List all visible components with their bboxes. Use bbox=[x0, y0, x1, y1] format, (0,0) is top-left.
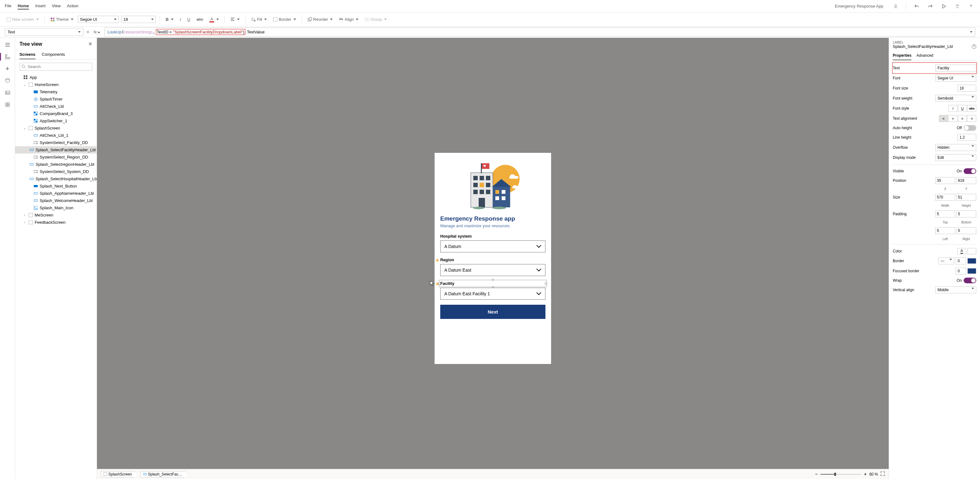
tab-screens[interactable]: Screens bbox=[19, 50, 36, 59]
data-icon[interactable] bbox=[5, 78, 11, 84]
prop-pad-bottom[interactable] bbox=[956, 211, 976, 217]
prop-fontsize-input[interactable] bbox=[957, 85, 976, 92]
zoom-slider[interactable] bbox=[820, 474, 861, 474]
prop-pad-right[interactable] bbox=[956, 227, 976, 234]
tree-item-Splash_SelectHospitalHeader_Lbl[interactable]: Splash_SelectHospitalHeader_Lbl bbox=[15, 175, 97, 182]
property-selector[interactable]: Text bbox=[5, 28, 83, 36]
tree-item-SystemSelect_Region_DD[interactable]: SystemSelect_Region_DD bbox=[15, 153, 97, 161]
prop-valign-select[interactable]: Middle bbox=[935, 286, 976, 294]
tree-item-Splash_AppNameHeader_Lbl[interactable]: Splash_AppNameHeader_Lbl bbox=[15, 190, 97, 197]
prop-pos-y[interactable] bbox=[956, 177, 976, 184]
redo-icon[interactable] bbox=[926, 2, 935, 11]
prop-textalign-group[interactable]: ≡≡≡≡ bbox=[939, 115, 976, 122]
prop-autoheight-toggle[interactable] bbox=[964, 125, 976, 131]
virtual-agent-icon[interactable] bbox=[891, 2, 900, 11]
breadcrumb-control[interactable]: Splash_SelectFac… bbox=[140, 471, 185, 477]
tree-item-SplashScreen[interactable]: ⌄SplashScreen bbox=[15, 125, 97, 132]
tree-search[interactable] bbox=[19, 63, 92, 70]
prop-overflow-select[interactable]: Hidden bbox=[935, 144, 976, 151]
region-dropdown[interactable]: A Datum East bbox=[440, 264, 546, 276]
font-color-button[interactable]: A bbox=[207, 16, 221, 24]
tree-item-Splash_SelectFacilityHeader_Lbl[interactable]: Splash_SelectFacilityHeader_Lbl⋯ bbox=[15, 146, 97, 153]
prop-bg-color[interactable] bbox=[967, 248, 976, 254]
font-family-select[interactable]: Segoe UI bbox=[78, 16, 119, 23]
border-button[interactable]: Border bbox=[271, 16, 298, 23]
prop-pad-left[interactable] bbox=[935, 227, 955, 234]
prop-focborder-width[interactable] bbox=[955, 268, 966, 275]
prop-visible-toggle[interactable] bbox=[964, 168, 976, 174]
tree-item-App[interactable]: App bbox=[15, 74, 97, 81]
font-size-select[interactable]: 18 bbox=[121, 16, 156, 23]
fill-button[interactable]: Fill bbox=[250, 16, 269, 23]
prop-pos-x[interactable] bbox=[935, 177, 955, 184]
tree-item-HomeScreen[interactable]: ⌄HomeScreen bbox=[15, 81, 97, 88]
prop-font-select[interactable]: Segoe UI bbox=[935, 75, 976, 81]
strike-button[interactable]: abc bbox=[195, 16, 205, 23]
prop-displaymode-select[interactable]: Edit bbox=[935, 154, 976, 161]
new-screen-button[interactable]: New screen bbox=[5, 16, 41, 23]
fx-label[interactable]: fx bbox=[92, 30, 102, 34]
tree-item-Splash_Main_Icon[interactable]: Splash_Main_Icon bbox=[15, 204, 97, 211]
breadcrumb-screen[interactable]: SplashScreen bbox=[101, 471, 135, 477]
prop-wrap-toggle[interactable] bbox=[964, 278, 976, 283]
hamburger-icon[interactable] bbox=[5, 42, 11, 48]
prop-pad-top[interactable] bbox=[935, 211, 955, 217]
text-align-button[interactable] bbox=[229, 16, 242, 23]
tree-item-Splash_SelectregionHeader_Lbl[interactable]: Splash_SelectregionHeader_Lbl bbox=[15, 161, 97, 168]
search-input[interactable] bbox=[28, 64, 90, 69]
prop-width[interactable] bbox=[935, 194, 955, 201]
facility-dropdown[interactable]: A Datum East Facility 1 bbox=[440, 288, 546, 300]
canvas[interactable]: Emergency Response app Manage and maximi… bbox=[97, 38, 889, 479]
tab-advanced[interactable]: Advanced bbox=[916, 51, 933, 60]
bold-button[interactable]: B bbox=[164, 16, 175, 23]
tree-item-CompanyBrand_3[interactable]: CompanyBrand_3 bbox=[15, 110, 97, 117]
tree-item-SplashTimer[interactable]: SplashTimer bbox=[15, 96, 97, 103]
tree-item-FeedbackScreen[interactable]: ›FeedbackScreen bbox=[15, 219, 97, 226]
undo-icon[interactable] bbox=[912, 2, 921, 11]
prop-font-color[interactable]: A bbox=[957, 248, 966, 254]
underline-button[interactable]: U bbox=[186, 16, 192, 23]
insert-icon[interactable]: + bbox=[5, 65, 11, 72]
prop-border-color[interactable] bbox=[967, 258, 976, 264]
prop-fontstyle-group[interactable]: IUabc bbox=[948, 105, 976, 112]
facility-label[interactable]: Facility bbox=[440, 281, 546, 286]
zoom-in-button[interactable]: + bbox=[864, 471, 867, 477]
tree-item-SystemSelect_System_DD[interactable]: SystemSelect_System_DD bbox=[15, 168, 97, 175]
menu-file[interactable]: File bbox=[5, 3, 11, 10]
prop-text-input[interactable] bbox=[935, 65, 976, 72]
play-icon[interactable] bbox=[939, 2, 948, 11]
help-icon[interactable] bbox=[966, 2, 975, 11]
tab-components[interactable]: Components bbox=[42, 50, 65, 59]
tree-item-AltCheck_Lbl[interactable]: AltCheck_Lbl bbox=[15, 103, 97, 110]
tree-item-Splash_WelcomeHeader_Lbl[interactable]: Splash_WelcomeHeader_Lbl bbox=[15, 197, 97, 204]
tab-properties[interactable]: Properties bbox=[893, 51, 912, 60]
italic-button[interactable]: I bbox=[178, 16, 183, 23]
prop-height[interactable] bbox=[956, 194, 976, 201]
tree-item-SystemSelect_Facility_DD[interactable]: SystemSelect_Facility_DD bbox=[15, 139, 97, 146]
help-icon[interactable]: ? bbox=[972, 45, 976, 49]
tree-item-MeScreen[interactable]: ›MeScreen bbox=[15, 211, 97, 219]
align-button[interactable]: Align bbox=[337, 16, 360, 23]
reorder-button[interactable]: Reorder bbox=[306, 16, 335, 23]
formula-input[interactable]: LookUp(resourceStrings,TextID = "SplashS… bbox=[105, 27, 975, 37]
prop-lineheight-input[interactable] bbox=[957, 134, 976, 141]
prop-focborder-color[interactable] bbox=[967, 268, 976, 274]
fit-screen-icon[interactable] bbox=[880, 471, 885, 477]
next-button[interactable]: Next bbox=[440, 305, 546, 319]
group-button[interactable]: Group bbox=[363, 16, 388, 23]
tree-item-AltCheck_Lbl_1[interactable]: AltCheck_Lbl_1 bbox=[15, 132, 97, 139]
prop-fontweight-select[interactable]: Semibold bbox=[935, 95, 976, 102]
tree-view-icon[interactable] bbox=[5, 54, 11, 60]
prop-border-width[interactable] bbox=[955, 257, 966, 264]
theme-button[interactable]: Theme bbox=[48, 16, 75, 23]
share-icon[interactable] bbox=[953, 2, 962, 11]
tree-item-AppSwitcher_1[interactable]: AppSwitcher_1 bbox=[15, 117, 97, 125]
zoom-out-button[interactable]: − bbox=[815, 471, 818, 477]
menu-insert[interactable]: Insert bbox=[35, 3, 46, 10]
menu-action[interactable]: Action bbox=[67, 3, 78, 10]
prop-border-style[interactable]: — bbox=[939, 257, 954, 264]
advanced-tools-icon[interactable] bbox=[5, 101, 11, 108]
tree-item-Splash_Next_Button[interactable]: Splash_Next_Button bbox=[15, 182, 97, 190]
menu-view[interactable]: View bbox=[52, 3, 61, 10]
hospital-dropdown[interactable]: A Datum bbox=[440, 240, 546, 252]
